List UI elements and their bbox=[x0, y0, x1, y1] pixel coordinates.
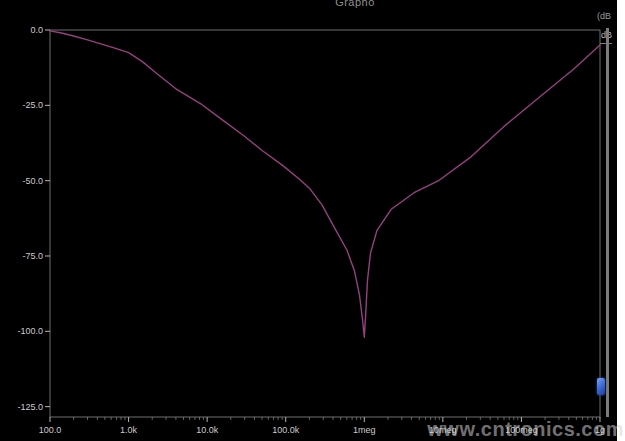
cursor-marker-icon[interactable] bbox=[597, 378, 605, 395]
scrollbar[interactable] bbox=[606, 28, 609, 417]
y-axis-label: -125.0 bbox=[17, 402, 43, 412]
x-axis-label: 1meg bbox=[353, 425, 376, 435]
y-axis-label: -100.0 bbox=[17, 326, 43, 336]
y-axis-label: -75.0 bbox=[22, 251, 43, 261]
gain-curve bbox=[50, 31, 600, 337]
right-axis-unit-paren-label: (dB bbox=[597, 11, 611, 21]
y-axis-label: -50.0 bbox=[22, 176, 43, 186]
plot-border bbox=[50, 30, 600, 417]
x-axis-label: 10.0k bbox=[196, 425, 219, 435]
notch-response-plot: 0.0-25.0-50.0-75.0-100.0-125.0100.01.0k1… bbox=[0, 0, 625, 441]
x-axis-label: 1.0k bbox=[120, 425, 138, 435]
y-axis-label: -25.0 bbox=[22, 100, 43, 110]
y-axis-label: 0.0 bbox=[30, 25, 43, 35]
page: Grapho 0.0-25.0-50.0-75.0-100.0-125.0100… bbox=[0, 0, 625, 441]
x-axis-label: 100.0 bbox=[39, 425, 62, 435]
watermark: www.cntronics.com bbox=[427, 418, 624, 441]
x-axis-label: 100.0k bbox=[272, 425, 300, 435]
